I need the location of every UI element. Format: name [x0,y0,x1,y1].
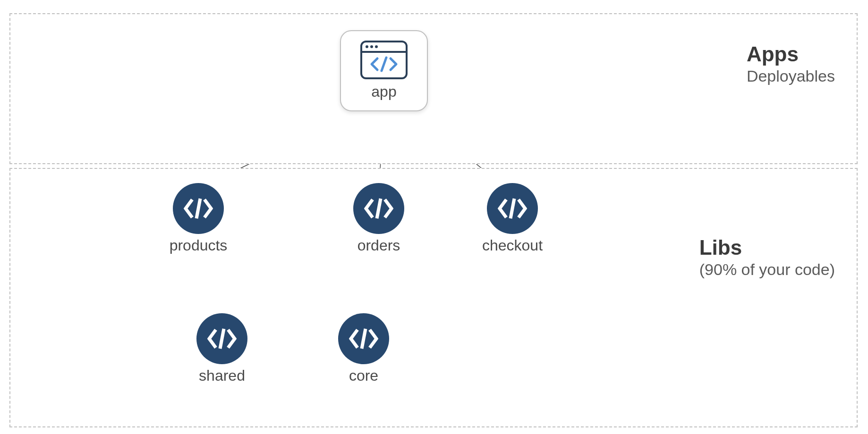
svg-line-14 [196,199,200,218]
svg-point-10 [366,45,368,48]
apps-region-label: Apps Deployables [747,42,835,85]
apps-subtitle: Deployables [747,67,835,85]
libs-title: Libs [699,236,835,259]
code-icon [196,313,247,364]
code-window-icon [358,39,409,81]
app-label: app [371,83,396,100]
svg-point-11 [370,45,373,48]
orders-node: orders [346,183,412,254]
svg-line-16 [511,199,514,218]
orders-label: orders [346,237,412,254]
libs-region [9,168,858,427]
code-icon [338,313,389,364]
core-label: core [331,367,397,384]
code-icon [487,183,538,234]
code-icon [353,183,404,234]
svg-line-18 [362,329,366,349]
shared-label: shared [189,367,255,384]
products-node: products [165,183,231,254]
code-icon [173,183,224,234]
libs-region-label: Libs (90% of your code) [699,236,835,279]
app-card: app [340,30,428,111]
apps-title: Apps [747,42,835,66]
svg-line-15 [377,199,381,218]
shared-node: shared [189,313,255,384]
app-node: app [340,30,428,125]
products-label: products [165,237,231,254]
core-node: core [331,313,397,384]
svg-line-17 [220,329,224,349]
checkout-label: checkout [479,237,545,254]
libs-subtitle: (90% of your code) [699,260,835,279]
checkout-node: checkout [479,183,545,254]
apps-region [9,13,858,164]
svg-point-12 [375,45,378,48]
